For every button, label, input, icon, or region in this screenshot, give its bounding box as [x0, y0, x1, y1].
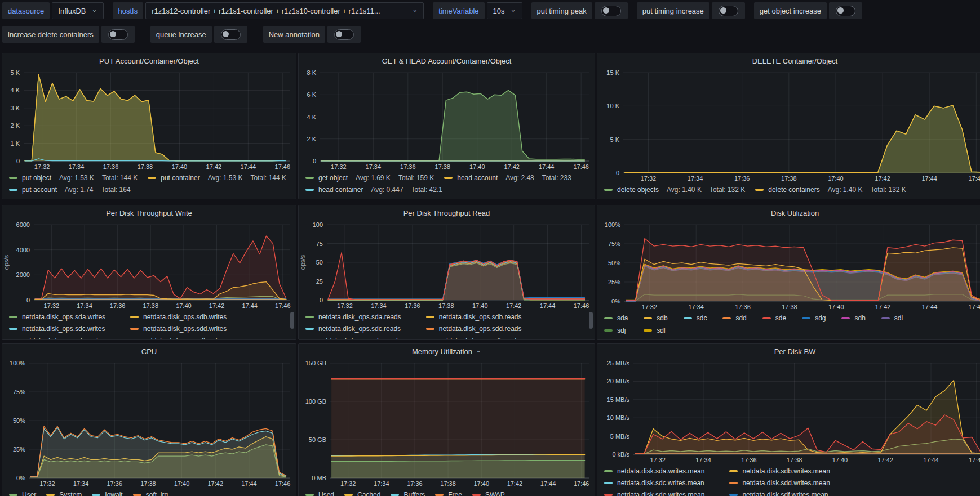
- timeseries-chart[interactable]: 17:3217:3417:3617:3817:4017:4217:4417:46…: [2, 359, 296, 488]
- legend-item-sdb[interactable]: sdb: [644, 312, 667, 324]
- legend-item-netdata-disk-ops-sdf-reads[interactable]: netdata.disk_ops.sdf.reads: [426, 335, 522, 339]
- legend-item-netdata-disk-ops-sdd-reads[interactable]: netdata.disk_ops.sdd.reads: [426, 323, 522, 334]
- legend-item-netdata-disk-ops-sda-writes[interactable]: netdata.disk_ops.sda.writes: [9, 311, 105, 323]
- legend-series-name: put account: [22, 186, 57, 194]
- legend-item-delete-containers[interactable]: delete containersAvg: 1.40 KTotal: 132 K: [755, 184, 906, 195]
- legend-item-sdc[interactable]: sdc: [684, 312, 707, 324]
- legend-item-system[interactable]: System: [46, 489, 82, 496]
- legend-item-netdata-disk-ops-sde-writes[interactable]: netdata.disk_ops.sde.writes: [9, 335, 105, 339]
- timeseries-chart[interactable]: 17:3217:3417:3617:3817:4017:4217:4417:46…: [597, 220, 980, 311]
- legend-item-netdata-disk-sdf-writes-mean[interactable]: netdata.disk.sdf.writes.mean: [729, 489, 830, 496]
- variable-select-hostis[interactable]: r1z1s12-controller + r1z1s1-controller +…: [145, 2, 424, 19]
- legend-item-put-object[interactable]: put objectAvg: 1.53 KTotal: 144 K: [9, 172, 138, 184]
- legend-color-swatch: [644, 329, 652, 332]
- legend-item-put-container[interactable]: put containerAvg: 1.53 KTotal: 144 K: [148, 172, 286, 184]
- legend-item-netdata-disk-sdc-writes-mean[interactable]: netdata.disk.sdc.writes.mean: [604, 477, 704, 489]
- svg-text:75%: 75%: [608, 240, 620, 247]
- legend-item-netdata-disk-ops-sda-reads[interactable]: netdata.disk_ops.sda.reads: [305, 311, 401, 323]
- legend-item-netdata-disk-sdd-writes-mean[interactable]: netdata.disk.sdd.writes.mean: [729, 477, 830, 489]
- legend-scrollbar-thumb[interactable]: [290, 312, 294, 329]
- svg-text:25 MB/s: 25 MB/s: [607, 360, 630, 367]
- chevron-down-icon: ⌄: [510, 6, 516, 13]
- legend-color-swatch: [130, 316, 139, 318]
- timeseries-chart[interactable]: 17:3217:3417:3617:3817:4017:4217:4417:46…: [2, 68, 296, 171]
- svg-text:17:34: 17:34: [77, 302, 92, 309]
- legend-item-free[interactable]: Free: [435, 489, 462, 496]
- svg-text:ops/s: ops/s: [299, 254, 306, 270]
- svg-text:0: 0: [16, 158, 20, 164]
- legend-color-swatch: [729, 470, 738, 472]
- timeseries-chart[interactable]: 17:3217:3417:3617:3817:4017:4217:4417:46…: [299, 359, 595, 488]
- toggle-switch[interactable]: [712, 2, 745, 19]
- toggle-switch[interactable]: [214, 26, 247, 43]
- svg-text:150 GB: 150 GB: [305, 360, 326, 367]
- legend-item-sdj[interactable]: sdj: [604, 325, 628, 336]
- legend-item-put-account[interactable]: put accountAvg: 1.74Total: 164: [9, 184, 131, 195]
- legend-item-netdata-disk-ops-sde-reads[interactable]: netdata.disk_ops.sde.reads: [305, 335, 401, 339]
- toggle-switch[interactable]: [101, 26, 135, 43]
- legend-item-buffers[interactable]: Buffers: [391, 489, 425, 496]
- panel-title-put[interactable]: PUT Account/Container/Object: [2, 53, 296, 68]
- panel-title-cpu[interactable]: CPU: [2, 344, 296, 359]
- svg-text:17:36: 17:36: [405, 302, 420, 309]
- legend-item-sdg[interactable]: sdg: [802, 312, 826, 324]
- panel-title-disk-bw[interactable]: Per Disk BW: [597, 344, 980, 359]
- svg-text:25: 25: [316, 278, 323, 285]
- toggle-switch[interactable]: [595, 2, 628, 19]
- legend-item-sdd[interactable]: sdd: [722, 312, 746, 324]
- variable-select-datasource[interactable]: InfluxDB ⌄: [52, 2, 103, 19]
- legend-item-netdata-disk-ops-sdd-writes[interactable]: netdata.disk_ops.sdd.writes: [130, 323, 227, 334]
- legend-item-sdl[interactable]: sdl: [644, 325, 667, 336]
- panel-title-text: Per Disk Throughput Read: [403, 209, 490, 217]
- legend-scrollbar-thumb[interactable]: [589, 312, 593, 329]
- toggle-switch[interactable]: [829, 2, 862, 19]
- legend-series-name: netdata.disk_ops.sdd.reads: [439, 325, 522, 333]
- legend-item-delete-objects[interactable]: delete objectsAvg: 1.40 KTotal: 132 K: [604, 184, 745, 195]
- timeseries-chart[interactable]: 17:3217:3417:3617:3817:4017:4217:4417:46…: [299, 68, 595, 171]
- panel-title-disk-read[interactable]: Per Disk Throughput Read: [299, 205, 595, 220]
- legend-item-head-account[interactable]: head accountAvg: 2.48Total: 233: [444, 172, 571, 184]
- variable-value-text: 10s: [493, 7, 505, 15]
- toggle-new-annotation: New annotation: [263, 26, 361, 43]
- variable-select-timevariable[interactable]: 10s ⌄: [487, 2, 522, 19]
- legend-item-head-container[interactable]: head containerAvg: 0.447Total: 42.1: [305, 184, 442, 195]
- panel-title-delete[interactable]: DELETE Container/Object: [597, 53, 980, 68]
- legend-item-user[interactable]: User: [9, 489, 36, 496]
- timeseries-chart[interactable]: 17:3217:3417:3617:3817:4017:4217:4417:46…: [299, 220, 595, 310]
- legend-series-name: Cached: [357, 491, 380, 496]
- svg-text:17:40: 17:40: [172, 163, 188, 170]
- svg-text:0 MB: 0 MB: [312, 475, 326, 481]
- legend-item-netdata-disk-sda-writes-mean[interactable]: netdata.disk.sda.writes.mean: [604, 466, 704, 477]
- panel-title-memory[interactable]: Memory Utilization⌄: [299, 344, 595, 359]
- legend-item-netdata-disk-sde-writes-mean[interactable]: netdata.disk.sde.writes.mean: [604, 489, 704, 496]
- svg-text:17:38: 17:38: [140, 480, 156, 487]
- timeseries-chart[interactable]: 17:3217:3417:3617:3817:4017:4217:4417:46…: [2, 220, 296, 310]
- timeseries-chart[interactable]: 17:3217:3417:3617:3817:4017:4217:4417:46…: [597, 359, 980, 464]
- legend-item-get-object[interactable]: get objectAvg: 1.69 KTotal: 159 K: [305, 172, 434, 184]
- legend-item-netdata-disk-ops-sdb-writes[interactable]: netdata.disk_ops.sdb.writes: [130, 311, 227, 323]
- legend-item-netdata-disk-ops-sdc-reads[interactable]: netdata.disk_ops.sdc.reads: [305, 323, 401, 334]
- panel-title-text: Disk Utilization: [771, 209, 819, 217]
- toggle-switch[interactable]: [327, 26, 361, 43]
- legend-item-netdata-disk-ops-sdf-writes[interactable]: netdata.disk_ops.sdf.writes: [130, 335, 227, 339]
- legend-item-netdata-disk-sdb-writes-mean[interactable]: netdata.disk.sdb.writes.mean: [729, 466, 830, 477]
- timeseries-chart[interactable]: 17:3217:3417:3617:3817:4017:4217:4417:46…: [597, 68, 980, 183]
- legend-item-swap[interactable]: SWAP: [472, 489, 505, 496]
- legend-item-sde[interactable]: sde: [762, 312, 786, 324]
- panel-title-disk-write[interactable]: Per Disk Throughput Write: [2, 205, 296, 220]
- legend-item-sda[interactable]: sda: [604, 312, 628, 324]
- panel-title-get[interactable]: GET & HEAD Account/Container/Object: [299, 53, 595, 68]
- legend-item-netdata-disk-ops-sdc-writes[interactable]: netdata.disk_ops.sdc.writes: [9, 323, 105, 334]
- variable-label-timevariable: timeVariable: [433, 2, 484, 19]
- legend-item-sdi[interactable]: sdi: [881, 312, 903, 324]
- legend-series-name: netdata.disk_ops.sde.writes: [22, 337, 105, 339]
- panel-title-disk-util[interactable]: Disk Utilization: [597, 205, 980, 220]
- legend-item-netdata-disk-ops-sdb-reads[interactable]: netdata.disk_ops.sdb.reads: [426, 311, 522, 323]
- legend-item-sdh[interactable]: sdh: [841, 312, 865, 324]
- legend-item-soft-irq[interactable]: soft_irq: [133, 489, 168, 496]
- legend-color-swatch: [604, 482, 613, 484]
- legend-item-iowait[interactable]: Iowait: [92, 489, 122, 496]
- variable-hostis: hostIs r1z1s12-controller + r1z1s1-contr…: [113, 2, 424, 19]
- legend-item-used[interactable]: Used: [305, 489, 334, 496]
- legend-item-cached[interactable]: Cached: [344, 489, 380, 496]
